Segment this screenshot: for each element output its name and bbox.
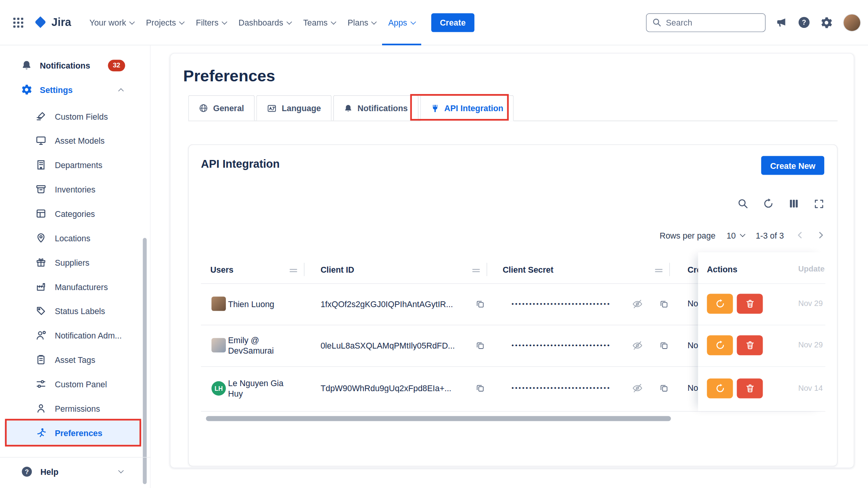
- tab-notifications[interactable]: Notifications: [333, 95, 418, 121]
- column-resize-handle[interactable]: [654, 266, 663, 276]
- sidebar-item-label: Suppliers: [55, 258, 89, 267]
- search-input[interactable]: [666, 18, 760, 27]
- column-header-users[interactable]: Users: [210, 256, 234, 283]
- eye-off-icon[interactable]: [632, 340, 642, 351]
- tokens-table: Users Client ID Client Secret Created Th…: [201, 256, 825, 455]
- column-header-client-secret[interactable]: Client Secret: [503, 256, 553, 283]
- sidebar-item-locations[interactable]: Locations: [4, 226, 141, 250]
- sidebar-item-settings[interactable]: Settings: [4, 77, 141, 102]
- nav-item-teams[interactable]: Teams: [297, 0, 342, 45]
- column-resize-handle[interactable]: [289, 266, 298, 276]
- nav-item-dashboards[interactable]: Dashboards: [232, 0, 297, 45]
- sidebar-item-asset-tags[interactable]: Asset Tags: [4, 347, 141, 372]
- horizontal-scrollbar[interactable]: [206, 416, 671, 421]
- sidebar-item-label: Settings: [40, 85, 73, 94]
- factory-icon: [35, 281, 46, 292]
- nav-item-your-work[interactable]: Your work: [83, 0, 140, 45]
- columns-icon[interactable]: [788, 198, 799, 209]
- sidebar-item-label: Status Labels: [55, 306, 105, 316]
- jira-logo[interactable]: Jira: [33, 15, 71, 29]
- eye-off-icon[interactable]: [632, 299, 642, 309]
- sidebar-item-label: Notification Adm...: [55, 331, 122, 340]
- chevron-up-icon: [118, 88, 124, 93]
- nav-item-apps[interactable]: Apps: [382, 0, 421, 45]
- sidebar-item-asset-models[interactable]: Asset Models: [4, 128, 141, 153]
- copy-client-id-button[interactable]: [475, 383, 485, 393]
- nav-item-filters[interactable]: Filters: [190, 0, 232, 45]
- chevron-down-icon: [179, 19, 184, 24]
- gear-icon: [21, 84, 32, 95]
- sidebar-item-notifications[interactable]: Notifications 32: [4, 53, 141, 77]
- created-value: No: [687, 340, 698, 350]
- jira-logo-icon: [33, 15, 48, 29]
- copy-client-secret-button[interactable]: [659, 383, 668, 393]
- chevron-left-icon[interactable]: [795, 230, 805, 240]
- user-name: Emily @ DevSamurai: [228, 335, 296, 356]
- app-switcher-icon[interactable]: [12, 16, 24, 28]
- sidebar-item-custom-fields[interactable]: Custom Fields: [4, 104, 141, 129]
- refresh-token-button[interactable]: [707, 378, 733, 398]
- search-icon[interactable]: [737, 198, 749, 209]
- settings-gear-icon[interactable]: [820, 16, 832, 28]
- create-new-button[interactable]: Create New: [761, 156, 824, 175]
- search-box[interactable]: [646, 13, 766, 32]
- runner-icon: [35, 427, 46, 438]
- tab-label: Notifications: [357, 103, 408, 113]
- updated-value: Nov 29: [798, 299, 823, 308]
- sidebar-item-manufacturers[interactable]: Manufacturers: [4, 275, 141, 299]
- sidebar-scrollbar[interactable]: [143, 238, 147, 484]
- sidebar-divider: [0, 457, 151, 457]
- user-name: Le Nguyen Gia Huy: [228, 378, 296, 399]
- sidebar-item-categories[interactable]: Categories: [4, 201, 141, 226]
- sidebar-item-suppliers[interactable]: Suppliers: [4, 250, 141, 275]
- rows-per-page-value: 10: [727, 230, 736, 240]
- table-toolbar: [737, 198, 824, 209]
- column-resize-handle[interactable]: [472, 266, 480, 276]
- nav-item-label: Apps: [388, 18, 407, 27]
- user-avatar[interactable]: [844, 14, 860, 31]
- fullscreen-icon[interactable]: [814, 198, 824, 209]
- copy-client-secret-button[interactable]: [659, 299, 668, 309]
- refresh-icon[interactable]: [763, 198, 774, 209]
- nav-item-plans[interactable]: Plans: [341, 0, 382, 45]
- bell-icon: [344, 104, 353, 113]
- announcement-icon[interactable]: [775, 16, 787, 28]
- refresh-token-button[interactable]: [707, 294, 733, 314]
- sidebar-item-custom-panel[interactable]: Custom Panel: [4, 372, 141, 396]
- tab-general[interactable]: General: [188, 95, 255, 121]
- sidebar-item-help[interactable]: ? Help: [4, 459, 141, 484]
- copy-client-id-button[interactable]: [475, 299, 485, 309]
- nav-item-label: Your work: [90, 18, 126, 27]
- sidebar-item-preferences[interactable]: Preferences: [4, 421, 141, 445]
- nav-item-projects[interactable]: Projects: [140, 0, 190, 45]
- panel-title: API Integration: [201, 158, 280, 170]
- help-icon[interactable]: ?: [798, 16, 811, 29]
- sidebar-item-departments[interactable]: Departments: [4, 153, 141, 177]
- refresh-token-button[interactable]: [707, 335, 733, 355]
- eye-off-icon[interactable]: [632, 383, 642, 393]
- sidebar-item-permissions[interactable]: Permissions: [4, 396, 141, 421]
- copy-client-id-button[interactable]: [475, 341, 485, 350]
- sidebar-item-label: Notifications: [40, 60, 90, 70]
- chevron-down-icon: [286, 19, 292, 24]
- sidebar-item-inventories[interactable]: Inventories: [4, 177, 141, 201]
- sidebar-item-notification-admin[interactable]: Notification Adm...: [4, 323, 141, 347]
- tab-language[interactable]: Language: [256, 95, 331, 121]
- avatar: [212, 297, 226, 311]
- delete-token-button[interactable]: [737, 378, 763, 398]
- building-icon: [35, 159, 46, 170]
- logo-text: Jira: [52, 16, 71, 29]
- create-button[interactable]: Create: [431, 13, 474, 32]
- delete-token-button[interactable]: [737, 294, 763, 314]
- rows-per-page-select[interactable]: 10: [727, 230, 745, 240]
- updated-value: Nov 14: [798, 383, 823, 392]
- column-header-client-id[interactable]: Client ID: [320, 256, 354, 283]
- primary-nav: Your work Projects Filters Dashboards Te…: [83, 0, 421, 45]
- delete-token-button[interactable]: [737, 335, 763, 355]
- copy-client-secret-button[interactable]: [659, 341, 668, 350]
- chevron-right-icon[interactable]: [816, 230, 826, 240]
- sidebar-item-status-labels[interactable]: Status Labels: [4, 299, 141, 323]
- column-header-actions: Actions: [707, 265, 737, 274]
- tab-api-integration[interactable]: API Integration: [420, 95, 514, 121]
- sidebar-item-label: Departments: [55, 160, 102, 170]
